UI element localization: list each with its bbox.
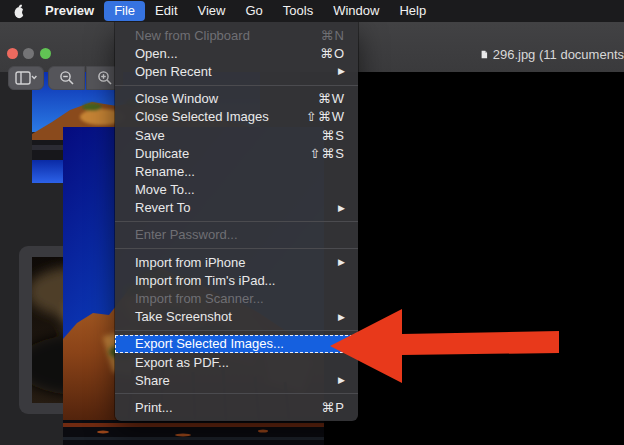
menu-item-open-recent[interactable]: Open Recent▶ (115, 62, 358, 80)
menu-item-shortcut: ⇧⌘W (306, 109, 345, 124)
zoom-out-icon (59, 70, 75, 86)
document-icon (481, 48, 488, 61)
menubar-item-file[interactable]: File (104, 1, 145, 21)
menu-item-label: Print... (135, 400, 309, 415)
menu-item-import-from-scanner: Import from Scanner... (115, 289, 358, 307)
screen: PreviewFileEditViewGoToolsWindowHelp 296… (0, 0, 624, 445)
menu-item-take-screenshot[interactable]: Take Screenshot▶ (115, 308, 358, 326)
menu-item-enter-password: Enter Password... (115, 226, 358, 244)
menu-separator (115, 221, 358, 222)
menubar-items: PreviewFileEditViewGoToolsWindowHelp (35, 1, 436, 21)
apple-icon[interactable] (13, 4, 26, 19)
menu-item-move-to[interactable]: Move To... (115, 181, 358, 199)
menu-item-label: Move To... (135, 182, 345, 197)
menu-item-export-selected-images[interactable]: Export Selected Images... (115, 335, 358, 353)
menu-item-shortcut: ⇧⌘S (309, 146, 345, 161)
menu-item-export-as-pdf[interactable]: Export as PDF... (115, 353, 358, 371)
menu-item-shortcut: ⌘O (320, 46, 345, 61)
zoom-window-button[interactable] (40, 48, 51, 59)
sidebar-view-button[interactable] (8, 66, 44, 90)
menu-item-open[interactable]: Open...⌘O (115, 44, 358, 62)
menubar-item-preview[interactable]: Preview (35, 1, 104, 21)
menu-item-new-from-clipboard: New from Clipboard⌘N (115, 26, 358, 44)
menu-separator (115, 330, 358, 331)
chevron-down-icon (32, 76, 36, 78)
menu-item-save[interactable]: Save⌘S (115, 126, 358, 144)
menubar-item-view[interactable]: View (188, 1, 236, 21)
menu-item-print[interactable]: Print...⌘P (115, 398, 358, 416)
menubar-item-edit[interactable]: Edit (145, 1, 187, 21)
menu-item-label: Close Window (135, 91, 306, 106)
menu-item-label: Open... (135, 46, 308, 61)
menubar-item-tools[interactable]: Tools (273, 1, 323, 21)
menu-separator (115, 393, 358, 394)
window-title-text: 296.jpg (11 documents (493, 47, 624, 62)
menu-item-close-window[interactable]: Close Window⌘W (115, 90, 358, 108)
menu-item-label: Duplicate (135, 146, 297, 161)
menu-item-close-selected-images[interactable]: Close Selected Images⇧⌘W (115, 108, 358, 126)
menu-item-shortcut: ⌘S (321, 128, 345, 143)
menu-item-label: Save (135, 128, 309, 143)
submenu-arrow-icon: ▶ (338, 257, 345, 267)
zoom-out-button[interactable] (48, 66, 85, 90)
menu-separator (115, 85, 358, 86)
minimize-button[interactable] (23, 48, 34, 59)
menu-item-label: New from Clipboard (135, 28, 309, 43)
menu-item-label: Enter Password... (135, 227, 345, 242)
file-menu-panel: New from Clipboard⌘NOpen...⌘OOpen Recent… (115, 22, 358, 421)
menu-item-share[interactable]: Share▶ (115, 371, 358, 389)
window-title: 296.jpg (11 documents (481, 46, 624, 62)
menu-bar: PreviewFileEditViewGoToolsWindowHelp (0, 0, 624, 22)
menu-item-label: Share (135, 373, 326, 388)
menubar-item-go[interactable]: Go (235, 1, 272, 21)
submenu-arrow-icon: ▶ (338, 203, 345, 213)
submenu-arrow-icon: ▶ (338, 66, 345, 76)
menu-item-shortcut: ⌘P (321, 400, 345, 415)
menu-item-label: Take Screenshot (135, 309, 326, 324)
menubar-item-window[interactable]: Window (323, 1, 389, 21)
menu-item-duplicate[interactable]: Duplicate⇧⌘S (115, 144, 358, 162)
menu-item-shortcut: ⌘W (318, 91, 345, 106)
export-arrow-annotation (326, 303, 562, 387)
menu-item-import-from-tim-s-ipad[interactable]: Import from Tim's iPad... (115, 271, 358, 289)
menu-item-rename[interactable]: Rename... (115, 162, 358, 180)
menu-item-label: Rename... (135, 164, 345, 179)
menu-separator (115, 248, 358, 249)
menu-item-label: Export as PDF... (135, 355, 345, 370)
menubar-item-help[interactable]: Help (389, 1, 436, 21)
menu-item-label: Import from iPhone (135, 255, 326, 270)
menu-item-revert-to[interactable]: Revert To▶ (115, 199, 358, 217)
menu-item-label: Revert To (135, 200, 326, 215)
menu-item-label: Close Selected Images (135, 109, 294, 124)
menu-item-label: Open Recent (135, 64, 326, 79)
menu-item-import-from-iphone[interactable]: Import from iPhone▶ (115, 253, 358, 271)
menu-item-shortcut: ⌘N (321, 28, 345, 43)
menu-item-label: Export Selected Images... (135, 336, 345, 351)
menu-item-label: Import from Scanner... (135, 291, 345, 306)
close-button[interactable] (7, 48, 18, 59)
menu-item-label: Import from Tim's iPad... (135, 273, 345, 288)
zoom-in-icon (97, 70, 113, 86)
